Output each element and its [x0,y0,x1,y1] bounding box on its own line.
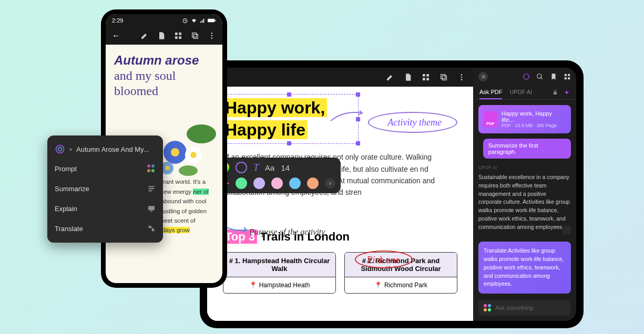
more-colors-icon[interactable]: › [325,178,335,189]
svg-point-37 [179,165,198,176]
pen-icon[interactable] [386,73,394,81]
color-orange[interactable] [307,178,319,189]
pin-icon: 📍 [249,281,257,289]
svg-rect-21 [175,33,178,35]
tablet-toolbar [207,68,473,87]
close-icon[interactable]: ✕ [478,72,488,81]
ai-input[interactable]: Ask something [478,300,571,316]
svg-point-34 [190,152,197,158]
tablet-main-area: Happy work, Happy life Activity theme [207,68,473,321]
svg-rect-26 [192,33,197,37]
svg-rect-0 [423,74,425,77]
explain-icon [147,204,156,213]
trails-row: # 1. Hampstead Health Circular Walk 📍Ham… [223,252,457,294]
phone-toolbar: ← [106,27,222,45]
headline-selection[interactable]: Happy work, Happy life [223,97,327,141]
bookmark-icon[interactable] [550,73,557,80]
menu-item-summarize[interactable]: Summarize [47,179,163,199]
summarize-icon [147,184,156,193]
ai-section-label: UPDF AI [478,159,571,170]
more-icon[interactable] [208,32,216,40]
pdf-badge-icon: PDF [484,111,497,127]
status-time: 2:29 [112,17,123,24]
lock-icon[interactable] [552,89,558,96]
menu-item-prompt[interactable]: Prompt [47,159,163,179]
ai-file-card[interactable]: PDF Happy work, Happy life... PDF · 13.8… [478,105,571,133]
document-content: Happy work, Happy life Activity theme [207,87,473,321]
headline-line2: Happy life [223,120,308,139]
alarm-icon [182,17,188,24]
svg-point-36 [165,166,169,170]
svg-rect-19 [208,19,214,23]
svg-rect-13 [565,74,567,76]
back-icon[interactable]: ← [112,31,120,40]
pin-icon: 📍 [374,281,382,289]
battery-icon [208,18,216,23]
tab-ask-pdf[interactable]: Ask PDF [479,86,502,99]
pen-icon[interactable] [140,32,149,40]
ai-panel-header: ✕ [473,68,576,86]
svg-rect-41 [149,188,155,189]
grid-icon[interactable] [564,73,571,80]
trail-title: # 1. Hampstead Health Circular Walk [223,253,335,277]
prompt-dots-icon [147,164,156,173]
phone-status-bar: 2:29 [106,14,222,27]
svg-point-10 [524,74,529,80]
svg-rect-25 [193,34,198,38]
copy-icon[interactable] [563,226,571,234]
ai-body: PDF Happy work, Happy life... PDF · 13.8… [473,100,576,295]
search-icon[interactable] [536,73,544,80]
stroke-color-icon[interactable] [236,162,247,173]
copy-icon[interactable] [439,73,448,81]
color-blue[interactable] [289,178,301,189]
grid-icon[interactable] [174,32,182,40]
headline-line1: Happy work, [223,98,327,117]
copy-icon[interactable] [191,32,199,40]
svg-rect-5 [441,75,445,79]
svg-rect-43 [148,206,155,210]
file-icon[interactable] [157,32,166,40]
activity-theme-annotation: Activity theme [388,117,442,128]
ai-context-menu: ▾ Autumn Arose And My... Prompt Summariz… [47,135,163,243]
popup-title: Autumn Arose And My... [76,145,149,153]
color-green[interactable] [236,178,247,189]
svg-point-8 [461,79,463,80]
formatting-toolbar[interactable]: T Aa 14 › [212,158,341,193]
italic-icon[interactable]: T [253,162,259,173]
tablet-device: Happy work, Happy life Activity theme [200,60,584,328]
sparkle-icon[interactable] [564,89,570,96]
trail-location: 📍Richmond Park [345,277,457,293]
svg-rect-4 [442,76,446,80]
svg-rect-14 [568,74,570,76]
svg-rect-3 [426,78,429,80]
menu-item-translate[interactable]: Translate [47,218,163,238]
purpose-annotation: Purpose of the activity [249,227,325,237]
menu-item-explain[interactable]: Explain [47,199,163,218]
ai-translate-bubble: Translate:Activities like group walks pr… [478,242,571,294]
prompt-icon[interactable] [484,304,491,311]
svg-rect-2 [423,78,425,80]
popup-header[interactable]: ▾ Autumn Arose And My... [47,140,163,159]
chevron-down-icon: ▾ [69,147,72,152]
font-label[interactable]: Aa [265,163,274,172]
grid-icon[interactable] [422,73,430,81]
svg-point-29 [211,37,213,39]
ai-file-title: Happy work, Happy life... [502,110,566,123]
status-icons [182,17,216,24]
arrow-annotation [328,108,365,123]
svg-rect-15 [565,77,567,79]
svg-line-12 [541,78,543,79]
font-size[interactable]: 14 [281,163,290,172]
file-icon[interactable] [404,73,412,81]
ai-response: Sustainable excellence in a company requ… [478,173,571,231]
color-pink[interactable] [271,178,283,189]
phone-title: Autumn arose and my soul bloomed [114,53,214,98]
tab-updf-ai[interactable]: UPDF AI [509,86,532,99]
trail-card-1[interactable]: # 1. Hampstead Health Circular Walk 📍Ham… [223,252,336,294]
color-lavender[interactable] [253,178,265,189]
svg-point-30 [187,124,216,143]
more-icon[interactable] [457,73,466,81]
ai-logo-icon[interactable] [523,73,530,80]
wifi-icon [191,17,197,24]
ai-input-placeholder: Ask something [495,305,533,311]
